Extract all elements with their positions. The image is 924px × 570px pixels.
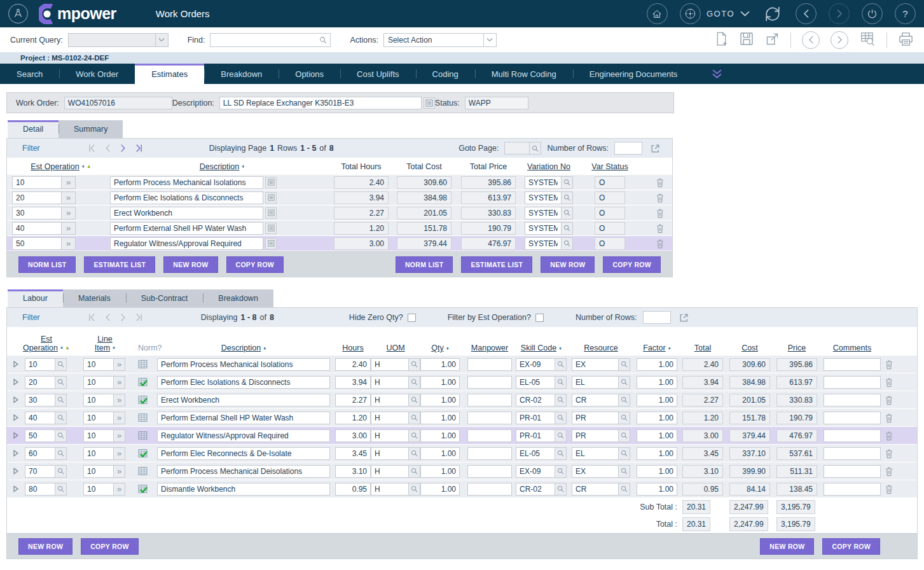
comments-input[interactable] [824,447,881,460]
goto-page-input[interactable] [504,142,530,155]
est-operation-input[interactable] [25,447,55,460]
goto-menu[interactable]: GOTO [680,3,750,24]
description-input[interactable] [110,191,263,204]
line-item-input[interactable] [83,483,114,496]
lookup-icon[interactable] [555,447,567,460]
delete-row-icon[interactable] [885,395,897,405]
comments-input[interactable] [824,465,881,478]
resource-input[interactable] [572,376,619,389]
nav-tab[interactable]: Cost Uplifts [340,64,415,84]
manpower-input[interactable] [467,394,512,407]
lookup-icon[interactable] [409,376,420,389]
description-input[interactable] [110,176,263,189]
variation-no-input[interactable] [525,176,562,189]
est-operation-input[interactable] [25,394,55,407]
help-icon[interactable]: ? [895,3,916,24]
drilldown-icon[interactable]: » [114,358,125,371]
est-operation-input[interactable] [12,176,62,189]
nav-tab[interactable]: Search [0,64,59,84]
back-icon[interactable] [796,3,817,24]
description-input[interactable] [157,447,330,460]
variation-no-input[interactable] [525,237,562,250]
column-total[interactable]: Total [682,344,723,352]
skill-code-input[interactable] [516,447,555,460]
lookup-icon[interactable] [562,222,573,235]
uom-input[interactable] [371,483,409,496]
new-document-icon[interactable] [715,31,728,48]
hide-zero-qty-checkbox[interactable] [408,314,416,322]
labour-row[interactable]: » [7,462,917,480]
column-description[interactable]: Description♦ [110,162,334,171]
filter-by-est-checkbox[interactable] [535,314,544,322]
prev-page-icon[interactable] [105,144,111,153]
next-page-icon[interactable] [120,144,126,153]
est-operation-input[interactable] [25,376,55,389]
column-manpower[interactable]: Manpower [467,344,512,352]
norm-grid-icon[interactable] [138,377,149,387]
lookup-icon[interactable] [409,412,420,424]
column-est-operation[interactable]: Est Operation♦▲ [12,162,110,171]
row-expand-icon[interactable] [13,432,25,439]
factor-input[interactable] [637,483,677,496]
hours-input[interactable] [335,447,371,460]
labour-tab[interactable]: Breakdown [203,289,273,307]
variation-no-input[interactable] [525,191,562,204]
skill-code-input[interactable] [516,412,555,424]
lookup-icon[interactable] [409,483,420,496]
lookup-icon[interactable] [555,412,567,424]
comments-input[interactable] [824,358,881,371]
estimate-row[interactable]: » 2.27 201.05 330.83 O [7,205,672,220]
resource-input[interactable] [572,394,619,407]
prev-page-icon[interactable] [105,313,111,322]
lookup-icon[interactable] [409,394,420,407]
drilldown-icon[interactable]: » [62,207,76,219]
norm-grid-icon[interactable] [138,448,149,458]
column-cost[interactable]: Cost [729,344,770,352]
skill-code-input[interactable] [516,376,555,389]
column-factor[interactable]: Factor♦ [637,344,677,352]
nav-tab[interactable]: Multi Row Coding [475,64,573,84]
drilldown-icon[interactable]: » [62,191,76,204]
comments-input[interactable] [824,376,881,389]
uom-input[interactable] [371,465,409,478]
uom-input[interactable] [371,429,409,442]
row-expand-icon[interactable] [13,468,25,475]
lookup-icon[interactable] [55,465,67,478]
norm-grid-icon[interactable] [138,413,149,422]
delete-row-icon[interactable] [885,448,897,459]
print-icon[interactable] [898,32,914,48]
factor-input[interactable] [637,412,677,424]
nav-tab[interactable]: Coding [416,64,475,84]
skill-code-input[interactable] [516,465,555,478]
description-input[interactable] [157,483,330,496]
qty-input[interactable] [420,483,460,496]
notes-icon[interactable] [265,207,277,219]
work-order-input[interactable] [64,97,172,109]
norm-grid-icon[interactable] [138,484,149,494]
column-uom[interactable]: UOM [371,344,420,352]
labour-row[interactable]: » [7,427,917,444]
last-page-icon[interactable] [135,313,142,322]
comments-input[interactable] [824,394,881,407]
est-operation-input[interactable] [25,412,55,424]
filter-link[interactable]: Filter [22,313,40,322]
row-expand-icon[interactable] [13,379,25,386]
refresh-icon[interactable] [762,3,783,25]
lookup-icon[interactable] [562,207,573,219]
copy-row-button[interactable]: COPY ROW [226,256,284,273]
est-operation-input[interactable] [25,429,55,442]
resource-input[interactable] [572,465,619,478]
new-row-button[interactable]: NEW ROW [18,538,72,555]
delete-row-icon[interactable] [656,239,665,249]
comments-input[interactable] [824,412,881,424]
new-row-button[interactable]: NEW ROW [163,256,217,273]
qty-input[interactable] [420,429,460,442]
work-order-description-input[interactable] [219,97,422,109]
compass-icon[interactable] [8,4,28,24]
factor-input[interactable] [637,358,677,371]
forward-icon[interactable] [829,3,850,24]
variation-no-input[interactable] [525,207,562,219]
first-page-icon[interactable] [88,144,95,153]
qty-input[interactable] [420,376,460,389]
last-page-icon[interactable] [135,144,142,153]
